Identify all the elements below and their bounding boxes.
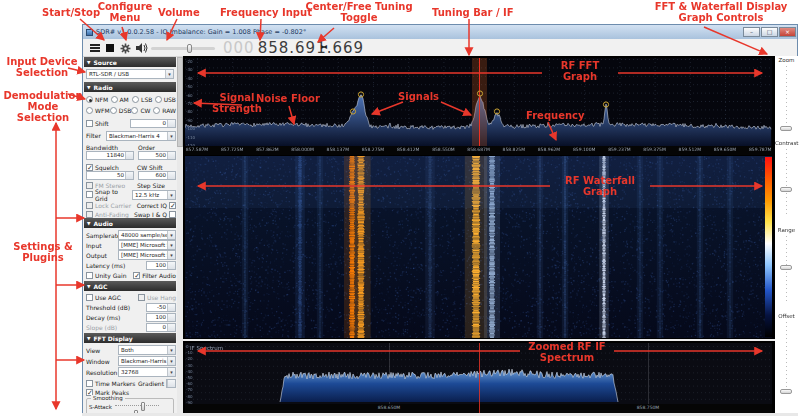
zoom-slider-thumb[interactable] bbox=[780, 126, 792, 131]
menu-hamburger-icon[interactable] bbox=[89, 42, 101, 54]
zoom-label: Zoom bbox=[775, 57, 798, 63]
radio-mode-nfm[interactable] bbox=[86, 96, 93, 103]
order-field[interactable]: 500 bbox=[138, 151, 176, 160]
display-area: -20-30-40-50-60-70-80-90-100-110-120 857… bbox=[183, 56, 775, 413]
frequency-axis[interactable]: 857.587M857.725M857.862M858.000M858.137M… bbox=[185, 146, 772, 155]
source-device-select[interactable]: RTL-SDR / USB bbox=[86, 69, 174, 79]
squelch-field[interactable]: 50 bbox=[86, 171, 134, 180]
correct-iq-checkbox[interactable] bbox=[169, 202, 176, 209]
shift-field[interactable]: 0 bbox=[130, 119, 176, 128]
audio-mute-button[interactable] bbox=[135, 42, 148, 54]
freq-axis-label: 858.962M bbox=[534, 147, 564, 152]
fft-resolution-select[interactable]: 32768 bbox=[118, 367, 176, 377]
squelch-checkbox[interactable] bbox=[86, 164, 93, 171]
maximize-button[interactable]: □ bbox=[761, 27, 778, 37]
offset-slider-thumb[interactable] bbox=[780, 389, 792, 394]
screenshot-root: SDR# v1.0.0.2.58 - IQ Imbalance: Gain = … bbox=[0, 0, 800, 416]
gradient-button[interactable]: ... bbox=[166, 379, 176, 388]
title-bar[interactable]: SDR# v1.0.0.2.58 - IQ Imbalance: Gain = … bbox=[83, 25, 797, 39]
s-attack-slider[interactable] bbox=[115, 405, 159, 408]
snap-to-grid-checkbox[interactable] bbox=[86, 191, 93, 198]
panel-separator bbox=[183, 339, 775, 341]
volume-slider-thumb[interactable] bbox=[187, 44, 192, 53]
minimize-button[interactable]: – bbox=[743, 27, 760, 37]
collapse-icon: ▼ bbox=[87, 336, 90, 341]
start-stop-button[interactable] bbox=[105, 42, 115, 54]
freq-axis-label: 858.687M bbox=[464, 147, 494, 152]
frequency-input[interactable]: 000858.691.669 bbox=[223, 39, 364, 57]
unity-gain-checkbox[interactable] bbox=[86, 272, 93, 279]
speaker-icon bbox=[136, 43, 148, 53]
volume-slider[interactable] bbox=[151, 47, 215, 50]
radio-mode-wfm[interactable] bbox=[86, 107, 93, 114]
time-markers-checkbox[interactable] bbox=[86, 380, 93, 387]
rf-waterfall-graph[interactable] bbox=[185, 156, 772, 338]
freq-axis-label: 859.237M bbox=[604, 147, 634, 152]
tuning-toggle-icon[interactable]: ▸◂ bbox=[321, 42, 325, 51]
radio-mode-cw[interactable] bbox=[131, 107, 138, 114]
panel-header-agc[interactable]: ▼ AGC bbox=[84, 281, 176, 291]
frequency-value: 858.691.669 bbox=[258, 39, 364, 57]
agc-threshold-field[interactable]: -50 bbox=[146, 303, 176, 312]
step-size-select[interactable]: 12.5 kHz bbox=[132, 190, 176, 200]
swap-iq-checkbox[interactable] bbox=[169, 211, 176, 218]
display-controls-panel: Zoom Contrast Range Offset bbox=[775, 56, 798, 413]
contrast-slider[interactable] bbox=[786, 149, 787, 215]
radio-mode-usb[interactable] bbox=[155, 96, 162, 103]
fft-db-label: -30 bbox=[186, 67, 193, 72]
fft-db-label: -110 bbox=[186, 135, 195, 140]
fm-stereo-checkbox[interactable] bbox=[86, 182, 93, 189]
contrast-control: Contrast bbox=[775, 140, 798, 146]
rf-fft-graph[interactable] bbox=[185, 58, 772, 146]
radio-mode-am[interactable] bbox=[111, 96, 118, 103]
range-slider-thumb[interactable] bbox=[780, 265, 792, 270]
audio-output-select[interactable]: [MME] Microsoft Soun bbox=[118, 250, 176, 260]
samplerate-select[interactable]: 48000 sample/sec bbox=[118, 230, 176, 240]
freq-axis-label: 859.787M bbox=[745, 147, 775, 152]
cw-shift-field[interactable]: 600 bbox=[138, 171, 176, 180]
shift-checkbox[interactable] bbox=[86, 120, 93, 127]
latency-field[interactable]: 100 bbox=[146, 261, 176, 270]
configure-button[interactable] bbox=[119, 42, 131, 54]
filter-audio-checkbox[interactable] bbox=[133, 272, 140, 279]
fft-window-select[interactable]: Blackman-Harris 4 bbox=[118, 356, 176, 366]
agc-slope-field[interactable]: 0 bbox=[146, 323, 176, 332]
lock-carrier-checkbox[interactable] bbox=[86, 202, 93, 209]
use-agc-checkbox[interactable] bbox=[86, 294, 93, 301]
radio-mode-dsb[interactable] bbox=[110, 107, 117, 114]
freq-axis-label: 857.862M bbox=[252, 147, 282, 152]
radio-mode-raw[interactable] bbox=[153, 107, 160, 114]
use-hang-checkbox[interactable] bbox=[138, 294, 145, 301]
close-button[interactable]: × bbox=[779, 27, 796, 37]
zoom-slider[interactable] bbox=[786, 66, 787, 132]
freq-axis-label: 858.137M bbox=[323, 147, 353, 152]
offset-slider[interactable] bbox=[786, 322, 787, 392]
bandwidth-field[interactable]: 11840 bbox=[86, 151, 134, 160]
filter-select[interactable]: Blackman-Harris 4 bbox=[106, 131, 176, 141]
fft-view-select[interactable]: Both bbox=[118, 345, 176, 355]
collapse-icon: ▼ bbox=[87, 284, 90, 289]
if-tuning-line[interactable] bbox=[479, 343, 480, 413]
fft-db-label: -70 bbox=[186, 101, 193, 106]
if-axis-label: 858.750M bbox=[628, 405, 668, 410]
audio-input-select[interactable]: [MME] Microsoft Soun bbox=[118, 240, 176, 250]
annotation-settings-plugins: Settings & Plugins bbox=[12, 241, 74, 263]
panel-header-source[interactable]: ▼ Source bbox=[84, 57, 176, 67]
agc-decay-field[interactable]: 100 bbox=[146, 313, 176, 322]
if-db-label: -50 bbox=[186, 375, 193, 380]
annotation-center-free-tuning: Center/Free Tuning Toggle bbox=[304, 1, 414, 23]
panel-header-fft-display[interactable]: ▼ FFT Display bbox=[84, 333, 176, 343]
annotation-start-stop: Start/Stop bbox=[42, 7, 100, 18]
panel-header-audio[interactable]: ▼ Audio bbox=[84, 218, 176, 228]
if-axis-label: 858.650M bbox=[369, 405, 409, 410]
anti-fading-checkbox[interactable] bbox=[86, 211, 93, 218]
fft-db-label: -60 bbox=[186, 93, 193, 98]
freq-axis-label: 858.000M bbox=[288, 147, 318, 152]
radio-mode-lsb[interactable] bbox=[132, 96, 139, 103]
fft-db-label: -80 bbox=[186, 109, 193, 114]
freq-axis-label: 858.550M bbox=[428, 147, 458, 152]
contrast-slider-thumb[interactable] bbox=[780, 187, 792, 192]
fft-db-label: -40 bbox=[186, 76, 193, 81]
panel-header-radio[interactable]: ▼ Radio bbox=[84, 82, 176, 92]
freq-axis-label: 859.100M bbox=[569, 147, 599, 152]
